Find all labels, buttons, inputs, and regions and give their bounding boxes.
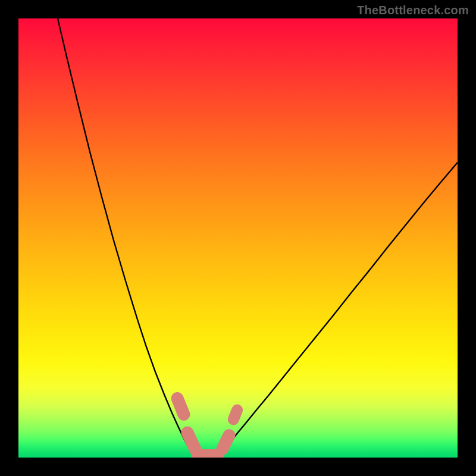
curve-layer (18, 18, 458, 458)
plot-area (18, 18, 458, 458)
curve-right (223, 162, 458, 453)
watermark-text: TheBottleneck.com (357, 4, 469, 17)
curve-left (58, 18, 192, 453)
chart-frame: TheBottleneck.com (0, 0, 476, 476)
